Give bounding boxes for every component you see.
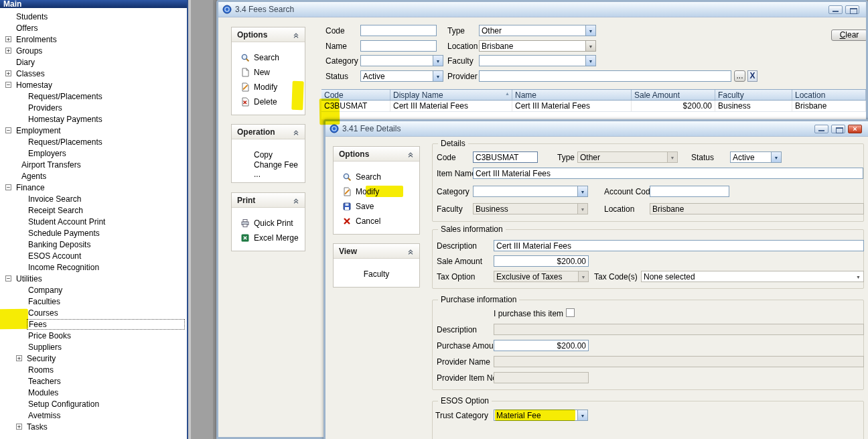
sidebar-item-agents[interactable]: Agents — [0, 170, 186, 182]
fee-details-titlebar[interactable]: 3.41 Fee Details — [326, 121, 868, 137]
sidebar-item-invoice-search[interactable]: Invoice Search — [0, 193, 186, 204]
collapse-chevron-icon[interactable] — [407, 151, 414, 158]
faculty-select[interactable] — [479, 55, 596, 66]
sidebar-item-courses[interactable]: Courses — [0, 307, 186, 318]
details-search-action[interactable]: Search — [334, 170, 419, 184]
sidebar-item-modules[interactable]: Modules — [0, 387, 186, 398]
purchase-description-input[interactable] — [494, 324, 864, 335]
sidebar-item-setup-configuration[interactable]: Setup Configuration — [0, 398, 186, 410]
expand-icon[interactable]: + — [16, 424, 22, 430]
collapse-chevron-icon[interactable] — [293, 129, 299, 135]
sidebar-item-income-recognition[interactable]: Income Recognition — [0, 261, 186, 273]
details-status-select[interactable]: Active — [730, 151, 782, 163]
sidebar-item-tasks[interactable]: +Tasks — [0, 421, 186, 432]
dropdown-arrow-icon[interactable] — [585, 56, 595, 66]
grid-row[interactable]: C3BUSMATCert III Material FeesCert III M… — [321, 101, 866, 112]
details-modify-action[interactable]: Modify — [334, 184, 419, 199]
sidebar-item-student-account-print[interactable]: Student Account Print — [0, 216, 186, 227]
dropdown-arrow-icon[interactable] — [577, 204, 587, 214]
fees-search-titlebar[interactable]: 3.4 Fees Search — [218, 2, 866, 17]
collapse-icon[interactable]: − — [5, 82, 11, 88]
type-select[interactable]: Other — [479, 25, 596, 36]
details-code-input[interactable] — [473, 151, 538, 163]
sidebar-item-security[interactable]: +Security — [0, 353, 186, 364]
location-select[interactable]: Brisbane — [479, 40, 596, 52]
dropdown-arrow-icon[interactable] — [667, 152, 677, 162]
collapse-chevron-icon[interactable] — [293, 197, 299, 204]
sales-description-input[interactable] — [494, 240, 864, 251]
sidebar-item-diary[interactable]: Diary — [0, 56, 186, 68]
dropdown-arrow-icon[interactable] — [433, 71, 443, 81]
sidebar-item-receipt-search[interactable]: Receipt Search — [0, 204, 186, 216]
dropdown-arrow-icon[interactable] — [585, 25, 595, 36]
view-faculty-action[interactable]: Faculty — [334, 267, 419, 281]
details-save-action[interactable]: Save — [334, 199, 419, 214]
provider-clear-button[interactable]: X — [747, 70, 757, 82]
purchase-item-checkbox[interactable] — [566, 308, 575, 317]
dropdown-arrow-icon[interactable] — [771, 152, 781, 162]
sidebar-item-banking-deposits[interactable]: Banking Deposits — [0, 239, 186, 250]
expand-icon[interactable]: + — [5, 48, 11, 54]
sidebar-item-homestay[interactable]: −Homestay — [0, 79, 186, 90]
sidebar-item-price-books[interactable]: Price Books — [0, 330, 186, 341]
details-location-input[interactable] — [650, 203, 864, 214]
dropdown-arrow-icon[interactable] — [853, 271, 863, 281]
details-type-select[interactable]: Other — [577, 151, 678, 163]
expand-icon[interactable]: + — [5, 36, 11, 42]
provider-item-no-input[interactable] — [494, 372, 589, 383]
sale-amount-input[interactable] — [494, 255, 589, 267]
sidebar-item-request-placements[interactable]: Request/Placements — [0, 136, 186, 147]
sidebar-item-groups[interactable]: +Groups — [0, 45, 186, 56]
sidebar-item-request-placements[interactable]: Request/Placements — [0, 90, 186, 102]
collapse-icon[interactable]: − — [5, 184, 11, 190]
change-fee-action[interactable]: Change Fee ... — [232, 162, 305, 177]
sidebar-item-teachers[interactable]: Teachers — [0, 375, 186, 387]
close-button[interactable] — [848, 125, 862, 133]
expand-icon[interactable]: + — [16, 355, 22, 361]
splitter-strip[interactable] — [190, 0, 216, 439]
provider-input[interactable] — [479, 70, 731, 82]
maximize-button[interactable] — [845, 5, 859, 14]
grid-column-header[interactable]: Display Name▲ — [390, 90, 512, 100]
sidebar-item-suppliers[interactable]: Suppliers — [0, 341, 186, 353]
maximize-button[interactable] — [831, 125, 845, 133]
dropdown-arrow-icon[interactable] — [577, 186, 587, 196]
details-category-select[interactable] — [473, 186, 588, 197]
details-options-header[interactable]: Options — [334, 147, 419, 162]
sidebar-item-students[interactable]: Students — [0, 11, 186, 22]
new-action[interactable]: New — [232, 65, 305, 80]
grid-column-header[interactable]: Location — [792, 90, 866, 100]
name-input[interactable] — [360, 40, 437, 52]
collapse-icon[interactable]: − — [5, 275, 11, 281]
category-select[interactable] — [360, 55, 443, 66]
trust-category-select[interactable]: Material Fee — [494, 410, 588, 421]
sidebar-item-rooms[interactable]: Rooms — [0, 364, 186, 375]
collapse-icon[interactable]: − — [5, 127, 11, 133]
operation-panel-header[interactable]: Operation — [232, 125, 305, 139]
item-name-input[interactable] — [473, 168, 863, 179]
sidebar-item-fees[interactable]: Fees — [0, 318, 186, 330]
clear-button[interactable]: Clear — [831, 29, 867, 41]
purchase-amount-input[interactable] — [494, 340, 589, 351]
sidebar-item-providers[interactable]: Providers — [0, 102, 186, 113]
options-panel-header[interactable]: Options — [232, 27, 305, 42]
minimize-button[interactable] — [828, 5, 843, 14]
quick-print-action[interactable]: Quick Print — [232, 216, 305, 231]
details-faculty-select[interactable]: Business — [473, 203, 588, 214]
provider-name-input[interactable] — [494, 356, 864, 367]
sidebar-item-classes[interactable]: +Classes — [0, 68, 186, 79]
sidebar-item-faculties[interactable]: Faculties — [0, 296, 186, 307]
grid-column-header[interactable]: Name — [512, 90, 632, 100]
dropdown-arrow-icon[interactable] — [585, 41, 595, 51]
status-select[interactable]: Active — [360, 70, 443, 82]
dropdown-arrow-icon[interactable] — [578, 271, 588, 281]
minimize-button[interactable] — [814, 125, 828, 133]
print-panel-header[interactable]: Print — [232, 193, 305, 208]
dropdown-arrow-icon[interactable] — [433, 56, 443, 66]
sidebar-item-company[interactable]: Company — [0, 284, 186, 296]
excel-merge-action[interactable]: Excel Merge — [232, 231, 305, 245]
sidebar-item-employers[interactable]: Employers — [0, 147, 186, 159]
sidebar-item-offers[interactable]: Offers — [0, 22, 186, 34]
tax-codes-select[interactable]: None selected — [641, 271, 864, 282]
grid-column-header[interactable]: Sale Amount — [632, 90, 715, 100]
